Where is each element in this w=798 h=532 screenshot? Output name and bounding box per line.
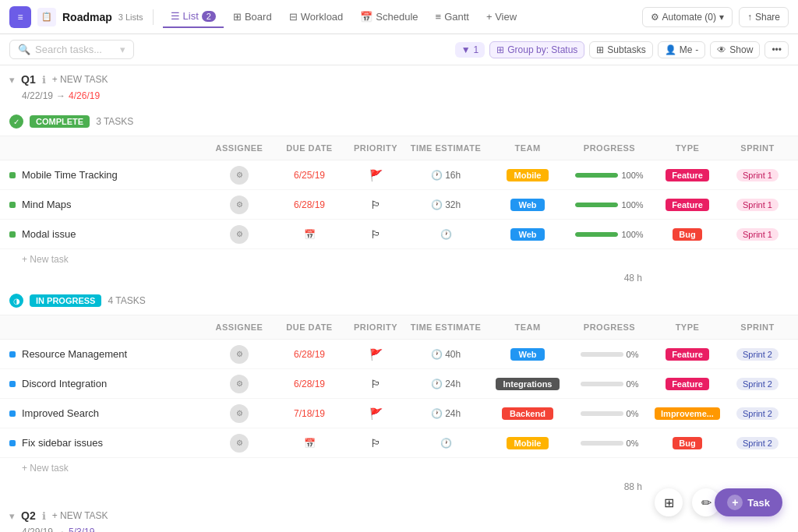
add-task-complete[interactable]: + New task [0,249,798,270]
avatar: ⚙ [230,375,249,393]
quarter-q1-collapse-icon[interactable]: ▾ [9,74,15,86]
subtasks-button[interactable]: ⊞ Subtasks [589,41,652,58]
more-button[interactable]: ••• [764,41,789,58]
task-type: Feature [648,348,726,361]
task-team: Mobile [485,169,570,181]
task-due-date: 📅 [274,229,344,240]
quarter-q1-header: ▾ Q1 ℹ + NEW TASK [0,65,798,89]
clock-icon: 🕐 [431,170,443,181]
sprint-badge: Sprint 1 [736,228,779,241]
automate-button[interactable]: ⚙ Automate (0) ▾ [642,7,733,27]
app-icon: 📋 [37,8,56,26]
task-assignee: ⚙ [204,345,274,364]
inprogress-task-count: 4 TASKS [108,295,145,306]
nav-right: ⚙ Automate (0) ▾ ↑ Share [642,7,789,27]
type-badge: Feature [666,169,709,181]
col-header-assignee: ASSIGNEE [204,143,274,153]
col-header-priority: PRIORITY [344,322,407,332]
task-dot [9,440,16,446]
quarter-q2-date-start: 4/29/19 [22,527,53,532]
add-task-inprogress[interactable]: + New task [0,458,798,478]
me-button[interactable]: 👤 Me - [658,41,706,58]
table-row[interactable]: Modal issue ⚙ 📅 🏳 🕐 Web 100% Bug Sprint … [0,220,798,249]
task-name: Mind Maps [22,199,204,210]
progress-bar [581,382,623,386]
more-icon: ••• [772,44,782,55]
task-name: Fix sidebar issues [22,437,204,449]
status-check-complete: ✓ [9,115,23,129]
table-row[interactable]: Improved Search ⚙ 7/18/19 🚩 🕐 24h Backen… [0,399,798,428]
task-progress: 100% [570,200,648,210]
tab-view-add[interactable]: + View [478,6,524,27]
progress-fill [575,232,618,237]
app-title: Roadmap [62,11,112,23]
quarter-q1-date-start: 4/22/19 [22,90,53,101]
share-label: Share [755,12,780,23]
table-row[interactable]: Resource Management ⚙ 6/28/19 🚩 🕐 40h We… [0,340,798,369]
task-assignee: ⚙ [204,404,274,423]
progress-bar [581,352,623,357]
task-priority: 🏳 [344,437,407,449]
show-label: Show [729,44,753,55]
task-progress: 0% [570,350,648,359]
sprint-badge: Sprint 2 [736,378,779,390]
quarter-q1-info-icon[interactable]: ℹ [42,74,46,86]
col-header-progress: PROGRESS [570,322,648,332]
tab-list[interactable]: ☰ List 2 [163,5,224,28]
task-type: Improveme... [648,407,726,420]
filter-count: 1 [474,44,479,55]
table-row[interactable]: Mobile Time Tracking ⚙ 6/25/19 🚩 🕐 16h M… [0,160,798,190]
clock-icon: 🕐 [431,408,443,419]
show-button[interactable]: 👁 Show [710,41,760,58]
avatar: ⚙ [230,225,249,244]
table-row[interactable]: Discord Integration ⚙ 6/28/19 🏳 🕐 24h In… [0,369,798,399]
quarter-q1-add-task[interactable]: + NEW TASK [52,74,108,85]
emoji-icon: ✏ [701,495,711,510]
share-button[interactable]: ↑ Share [739,7,789,27]
apps-button[interactable]: ⊞ [655,488,683,516]
task-name: Improved Search [22,407,204,419]
table-row[interactable]: Mind Maps ⚙ 6/28/19 🏳 🕐 32h Web 100% Fea… [0,190,798,220]
tab-gantt[interactable]: ≡ Gantt [428,6,477,27]
team-badge: Mobile [507,437,549,449]
avatar: ⚙ [230,166,249,185]
progress-bar [575,232,618,237]
status-check-inprogress: ◑ [9,294,23,308]
quarter-q2-add-task[interactable]: + NEW TASK [52,510,108,521]
task-name: Mobile Time Tracking [22,169,204,181]
task-team: Web [485,348,570,361]
team-badge: Integrations [496,378,560,390]
tab-workload-label: Workload [301,11,344,23]
app-logo: ≡ [9,6,31,28]
sprint-badge: Sprint 2 [736,407,779,420]
group-by-button[interactable]: ⊞ Group by: Status [489,41,584,58]
sprint-badge: Sprint 1 [736,169,779,181]
search-box[interactable]: 🔍 Search tasks... ▾ [9,40,134,59]
task-sprint: Sprint 2 [726,407,789,420]
task-dot [9,202,16,208]
clock-icon: 🕐 [431,379,443,389]
tab-workload[interactable]: ⊟ Workload [281,6,351,27]
quarter-q2-info-icon[interactable]: ℹ [42,510,46,522]
status-group-complete: ✓ COMPLETE 3 TASKS ASSIGNEE DUE DATE PRI… [0,107,798,287]
fab-label: Task [747,497,770,509]
tab-schedule[interactable]: 📅 Schedule [352,6,425,27]
progress-fill [575,203,618,207]
task-assignee: ⚙ [204,166,274,185]
task-assignee: ⚙ [204,434,274,453]
progress-bar [575,203,618,207]
progress-percent: 100% [621,171,643,180]
tab-board[interactable]: ⊞ Board [225,6,280,27]
col-header-duedate: DUE DATE [274,143,344,153]
filter-badge[interactable]: ▼ 1 [455,42,486,58]
share-icon: ↑ [747,12,752,23]
progress-fill [575,173,618,178]
quarter-q2-collapse-icon[interactable]: ▾ [9,510,15,522]
task-team: Web [485,228,570,241]
task-priority: 🏳 [344,199,407,211]
create-task-fab[interactable]: + Task [715,488,782,516]
task-time-estimate: 🕐 [407,438,485,449]
task-priority: 🚩 [344,169,407,181]
table-row[interactable]: Fix sidebar issues ⚙ 📅 🏳 🕐 Mobile 0% Bug… [0,428,798,458]
col-headers-complete: ASSIGNEE DUE DATE PRIORITY TIME ESTIMATE… [0,136,798,160]
